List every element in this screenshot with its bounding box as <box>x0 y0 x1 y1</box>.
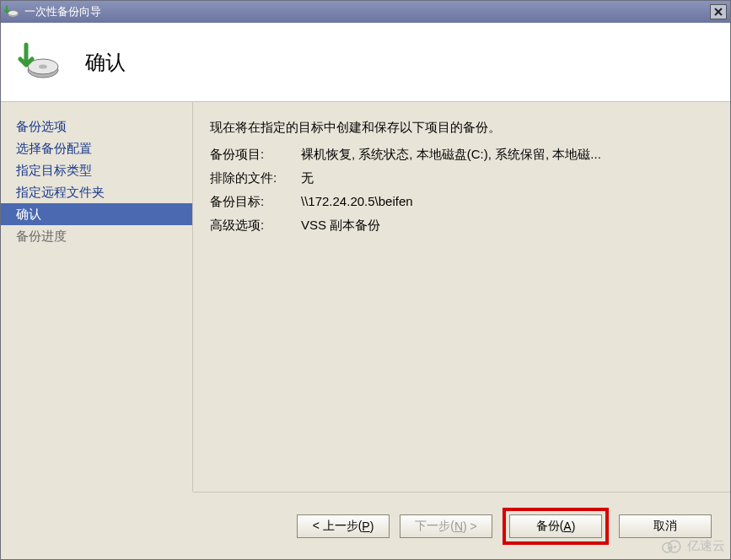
close-button[interactable] <box>710 4 727 19</box>
detail-value: 无 <box>301 166 713 190</box>
sidebar-item-step-1[interactable]: 选择备份配置 <box>1 137 192 159</box>
detail-value: \\172.24.20.5\beifen <box>301 190 713 213</box>
detail-label: 备份目标: <box>210 190 301 213</box>
close-icon <box>713 7 723 17</box>
svg-point-1 <box>8 11 19 16</box>
detail-label: 排除的文件: <box>210 166 301 190</box>
titlebar: 一次性备份向导 <box>1 1 730 23</box>
wizard-window: 一次性备份向导 确认 备份选项选择备份配置指定目标类型指定远程文件夹确认备份进度… <box>0 0 731 560</box>
detail-label: 高级选项: <box>210 213 301 237</box>
next-button: 下一步(N) > <box>400 514 492 538</box>
content-panel: 现在将在指定的目标中创建和保存以下项目的备份。 备份项目:裸机恢复, 系统状态,… <box>193 102 730 492</box>
sidebar-item-step-4[interactable]: 确认 <box>1 203 192 225</box>
header-panel: 确认 <box>1 23 730 102</box>
footer-buttons: < 上一步(P) 下一步(N) > 备份(A) 取消 <box>193 492 730 559</box>
body-panel: 备份选项选择备份配置指定目标类型指定远程文件夹确认备份进度 现在将在指定的目标中… <box>1 102 730 492</box>
previous-button[interactable]: < 上一步(P) <box>297 514 390 538</box>
wizard-steps-sidebar: 备份选项选择备份配置指定目标类型指定远程文件夹确认备份进度 <box>1 102 193 492</box>
cancel-button[interactable]: 取消 <box>619 514 712 538</box>
window-title: 一次性备份向导 <box>24 4 710 19</box>
detail-row: 排除的文件:无 <box>210 166 713 190</box>
wizard-icon <box>18 41 60 83</box>
sidebar-item-step-5: 备份进度 <box>1 225 192 247</box>
detail-row: 备份项目:裸机恢复, 系统状态, 本地磁盘(C:), 系统保留, 本地磁... <box>210 143 713 166</box>
detail-value: VSS 副本备份 <box>301 213 713 237</box>
detail-value: 裸机恢复, 系统状态, 本地磁盘(C:), 系统保留, 本地磁... <box>301 143 713 166</box>
app-icon <box>4 4 19 19</box>
detail-row: 高级选项:VSS 副本备份 <box>210 213 713 237</box>
sidebar-item-step-2[interactable]: 指定目标类型 <box>1 159 192 181</box>
backup-button-highlight: 备份(A) <box>503 508 609 545</box>
sidebar-item-step-3[interactable]: 指定远程文件夹 <box>1 181 192 203</box>
svg-point-4 <box>39 64 47 68</box>
page-title: 确认 <box>85 49 126 76</box>
sidebar-item-step-0[interactable]: 备份选项 <box>1 116 192 137</box>
detail-label: 备份项目: <box>210 143 301 166</box>
detail-row: 备份目标:\\172.24.20.5\beifen <box>210 190 713 213</box>
intro-text: 现在将在指定的目标中创建和保存以下项目的备份。 <box>210 116 713 139</box>
backup-button[interactable]: 备份(A) <box>509 514 602 538</box>
